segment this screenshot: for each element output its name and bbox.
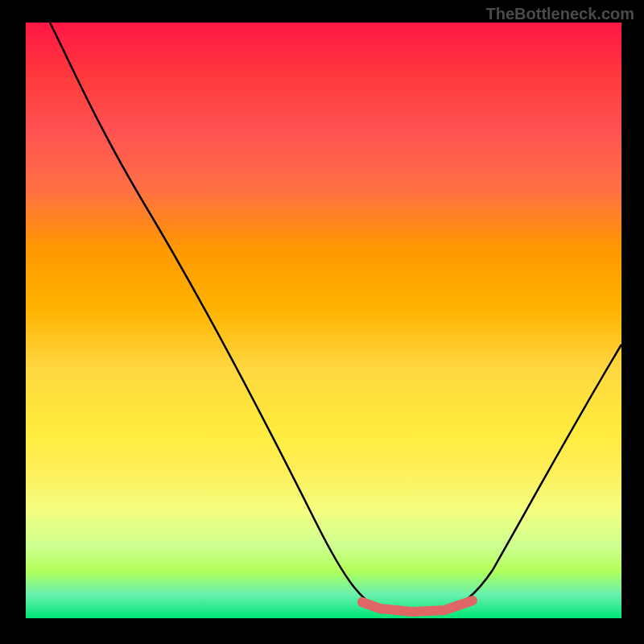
watermark-text: TheBottleneck.com xyxy=(486,5,634,23)
chart-svg xyxy=(26,23,621,618)
optimal-zone-line xyxy=(362,601,473,612)
chart-plot-area xyxy=(26,23,621,618)
bottleneck-curve xyxy=(50,23,621,612)
